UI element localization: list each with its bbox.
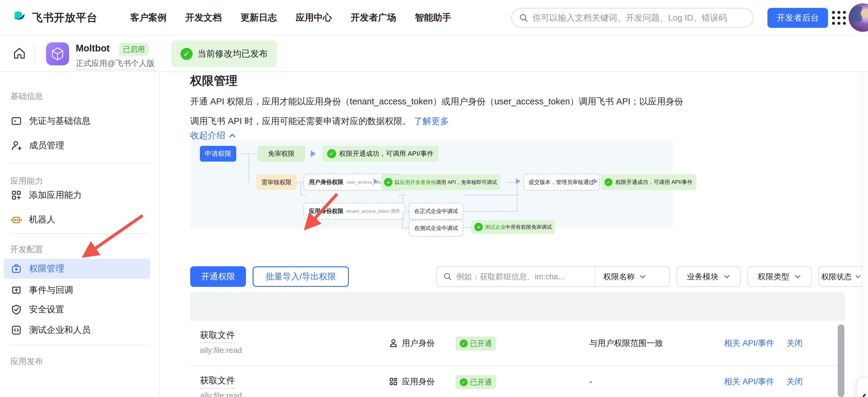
connector <box>301 195 306 196</box>
brand-title: 飞书开放平台 <box>32 10 97 25</box>
app-icon[interactable] <box>46 42 69 65</box>
permission-code: aily:file:read <box>200 391 242 397</box>
filter-business-module[interactable]: 业务模块 <box>677 266 741 287</box>
chevron-down-icon <box>794 273 801 280</box>
global-search-input[interactable] <box>532 13 744 23</box>
primary-nav: 客户案例 开发文档 更新日志 应用中心 开发者广场 智能助手 <box>130 11 451 24</box>
related-api-link[interactable]: 相关 API/事件 <box>724 376 774 387</box>
intro-line-2-text: 调用飞书 API 时，应用可能还需要申请对应的数据权限。 <box>190 116 411 126</box>
flow-success2-text: 权限开通成功，可调用 API/事件 <box>615 178 693 186</box>
table-scrollbar-thumb[interactable] <box>838 324 844 397</box>
search-type-select[interactable]: 权限名称 <box>595 271 654 282</box>
connector <box>402 211 403 228</box>
filter-permission-type[interactable]: 权限类型 <box>747 266 812 287</box>
sidebar-section-capabilities: 应用能力 <box>10 175 43 187</box>
nav-item-changelog[interactable]: 更新日志 <box>241 11 277 24</box>
sidebar-item-events[interactable]: 事件与回调 <box>4 280 150 300</box>
divider <box>10 345 149 345</box>
permission-name[interactable]: 获取文件 <box>200 329 235 343</box>
permission-type-label: 应用身份 <box>402 376 435 387</box>
app-grid-icon <box>389 377 398 387</box>
person-add-icon <box>11 140 22 151</box>
sidebar-item-add-capability[interactable]: 添加应用能力 <box>4 185 150 205</box>
dev-code-icon: ‹/› <box>384 178 393 187</box>
shield-check-icon <box>11 304 22 315</box>
collapse-intro-label: 收起介绍 <box>190 130 225 142</box>
flow-test-text: 测试企业中所有权限免审调试 <box>485 224 552 231</box>
filter-permission-status[interactable]: 权限状态 <box>818 266 864 287</box>
robot-icon <box>11 214 22 225</box>
chevron-down-icon <box>639 273 646 280</box>
sidebar-item-credentials[interactable]: 凭证与基础信息 <box>4 111 150 131</box>
search-icon <box>519 13 528 22</box>
collapse-intro-link[interactable]: 收起介绍 <box>190 130 236 142</box>
flow-node-app-identity: 应用身份权限 tenant_access_token 调用 <box>304 203 405 220</box>
nav-item-developer-plaza[interactable]: 开发者广场 <box>351 11 396 24</box>
sidebar-item-members[interactable]: 成员管理 <box>4 136 150 156</box>
nav-item-assistant[interactable]: 智能助手 <box>415 11 451 24</box>
flow-node-apply: 申请权限 <box>200 146 236 162</box>
arrow-right-icon <box>374 178 378 184</box>
home-icon[interactable] <box>12 46 27 61</box>
user-avatar[interactable] <box>848 3 868 32</box>
flow-node-test-company: ‹/› 测试企业中所有权限免审调试 <box>471 220 555 234</box>
flow-node-success-2: ✓ 权限开通成功，可调用 API/事件 <box>601 174 696 190</box>
flow-node-need-review: 需审核权限 <box>256 174 297 190</box>
sidebar-item-label: 事件与回调 <box>29 284 73 296</box>
permission-type-cell: 应用身份 <box>389 366 435 397</box>
sidebar-section-dev-config: 开发配置 <box>10 244 43 255</box>
sidebar-item-permissions[interactable]: 权限管理 <box>4 259 150 279</box>
sidebar-item-bot[interactable]: 机器人 <box>4 210 150 230</box>
page-scrollbar-gutter[interactable] <box>862 72 868 397</box>
row-actions: 相关 API/事件 关闭 <box>724 366 803 397</box>
flow-submit-text: 提交版本，管理员审核通过 <box>529 178 594 186</box>
global-search-box[interactable] <box>511 8 753 28</box>
arrow-right-icon <box>516 178 520 184</box>
flow-node-success: ✓ 权限开通成功，可调用 API/事件 <box>322 146 438 162</box>
status-label: 已开通 <box>470 377 492 387</box>
status-badge: ✓ 已开通 <box>456 375 496 389</box>
flow-node-debug-prod: 在正式企业中调试 <box>409 203 463 220</box>
open-permission-button[interactable]: 开通权限 <box>190 266 246 287</box>
sidebar-item-test-company[interactable]: 测试企业和人员 <box>4 320 150 340</box>
learn-more-link[interactable]: 了解更多 <box>414 116 449 126</box>
table-row: 获取文件 aily:file:read 用户身份 ✓ 已开通 与用户权限范围一致… <box>190 321 845 366</box>
permission-type-label: 用户身份 <box>402 338 435 349</box>
connector <box>301 183 301 195</box>
flow-success-text: 权限开通成功，可调用 API/事件 <box>339 149 434 158</box>
permission-name[interactable]: 获取文件 <box>200 375 235 389</box>
filter-label: 权限状态 <box>822 272 851 282</box>
divider <box>34 45 35 62</box>
table-header <box>190 292 845 321</box>
permission-search-box[interactable]: 权限名称 <box>436 266 670 287</box>
sidebar-item-label: 添加应用能力 <box>29 189 82 201</box>
sidebar-item-label: 成员管理 <box>29 139 64 152</box>
top-navigation: 飞书开放平台 客户案例 开发文档 更新日志 应用中心 开发者广场 智能助手 开发… <box>0 0 868 36</box>
app-name: Moltbot <box>76 43 110 54</box>
close-permission-link[interactable]: 关闭 <box>786 338 803 349</box>
sidebar-item-label: 安全设置 <box>29 303 64 316</box>
filter-label: 权限类型 <box>758 271 789 282</box>
related-api-link[interactable]: 相关 API/事件 <box>724 338 774 349</box>
flow-app-identity-title: 应用身份权限 <box>309 207 343 215</box>
flow-dev-text: 以应用开发者身份调用 API，免审核即可调试 <box>395 179 497 186</box>
table-row: 获取文件 aily:file:read 应用身份 ✓ 已开通 - 相关 API/… <box>190 366 845 397</box>
sidebar-item-label: 凭证与基础信息 <box>29 115 91 127</box>
collapse-panel-float-button[interactable]: ‹ <box>857 377 868 397</box>
permission-search-input[interactable] <box>456 272 592 282</box>
sidebar-item-label: 测试企业和人员 <box>29 324 91 336</box>
divider <box>10 233 149 234</box>
divider <box>10 163 149 163</box>
flow-debug-prod-text: 在正式企业中调试 <box>414 207 458 215</box>
status-label: 已开通 <box>470 339 492 348</box>
flow-node-dev-identity: ‹/› 以应用开发者身份调用 API，免审核即可调试 <box>381 174 500 190</box>
app-edition-label[interactable]: 正式应用@飞书个人版 <box>76 58 154 70</box>
apps-grid-icon[interactable] <box>829 8 849 28</box>
developer-console-button[interactable]: 开发者后台 <box>768 8 828 28</box>
batch-import-export-button[interactable]: 批量导入/导出权限 <box>253 266 349 287</box>
nav-item-cases[interactable]: 客户案例 <box>130 11 166 24</box>
nav-item-docs[interactable]: 开发文档 <box>185 11 222 24</box>
nav-item-app-center[interactable]: 应用中心 <box>296 11 332 24</box>
close-permission-link[interactable]: 关闭 <box>786 376 803 387</box>
sidebar-item-security[interactable]: 安全设置 <box>4 300 150 320</box>
